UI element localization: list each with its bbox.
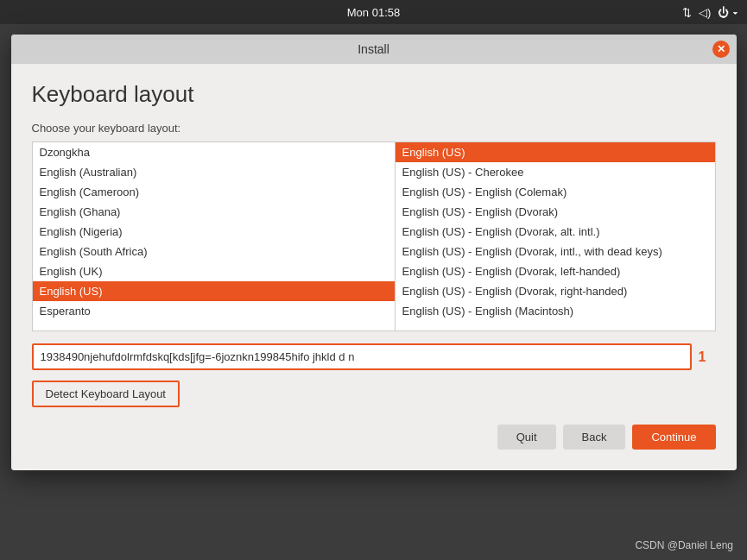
list-item[interactable]: English (US) - Cherokee [396, 162, 715, 182]
continue-button[interactable]: Continue [632, 425, 715, 450]
list-item[interactable]: English (Ghana) [33, 202, 395, 222]
type-test-row: 1 [32, 343, 716, 370]
type-test-number: 1 [699, 349, 716, 365]
quit-button[interactable]: Quit [497, 425, 556, 450]
list-item[interactable]: English (UK) [33, 261, 395, 281]
topbar-time: Mon 01:58 [347, 6, 400, 19]
choose-label: Choose your keyboard layout: [32, 122, 716, 135]
list-item-selected[interactable]: English (US) [33, 281, 395, 301]
type-test-input[interactable] [32, 343, 692, 370]
topbar-icons: ⇅ ◁) ⏻ ▾ [682, 6, 738, 19]
list-item[interactable]: English (US) - English (Dvorak, left-han… [396, 261, 715, 281]
list-item[interactable]: English (Cameroon) [33, 182, 395, 202]
list-item[interactable]: English (US) - English (Dvorak, right-ha… [396, 281, 715, 301]
list-item[interactable]: English (South Africa) [33, 242, 395, 261]
install-window: Install ✕ Keyboard layout Choose your ke… [11, 35, 737, 470]
window-titlebar: Install ✕ [11, 35, 737, 64]
back-button[interactable]: Back [563, 425, 626, 450]
window-content: Keyboard layout Choose your keyboard lay… [11, 64, 737, 470]
power-icon[interactable]: ⏻ ▾ [718, 6, 738, 19]
list-item[interactable]: Dzongkha [33, 142, 395, 162]
keyboard-left-list[interactable]: Dzongkha English (Australian) English (C… [33, 142, 396, 330]
list-item[interactable]: English (US) - English (Dvorak, alt. int… [396, 222, 715, 242]
list-item[interactable]: Esperanto [33, 301, 395, 321]
bottom-nav: Quit Back Continue [32, 425, 716, 453]
keyboard-right-list[interactable]: English (US) English (US) - Cherokee Eng… [396, 142, 715, 330]
volume-icon: ◁) [699, 6, 711, 19]
list-item-selected[interactable]: English (US) [396, 142, 715, 162]
detect-keyboard-button[interactable]: Detect Keyboard Layout [32, 381, 180, 407]
list-item[interactable]: English (US) - English (Dvorak) [396, 202, 715, 222]
window-title: Install [358, 42, 389, 56]
list-item[interactable]: English (Nigeria) [33, 222, 395, 242]
topbar: Mon 01:58 ⇅ ◁) ⏻ ▾ [0, 0, 747, 24]
network-icon: ⇅ [682, 6, 692, 19]
watermark: CSDN @Daniel Leng [635, 539, 733, 551]
window-close-button[interactable]: ✕ [712, 41, 730, 58]
list-item[interactable]: English (US) - English (Dvorak, intl., w… [396, 242, 715, 261]
list-item[interactable]: English (Australian) [33, 162, 395, 182]
list-item[interactable]: English (US) - English (Colemak) [396, 182, 715, 202]
page-title: Keyboard layout [32, 81, 716, 108]
keyboard-lists-container: Dzongkha English (Australian) English (C… [32, 142, 716, 331]
list-item[interactable]: English (US) - English (Macintosh) [396, 301, 715, 321]
